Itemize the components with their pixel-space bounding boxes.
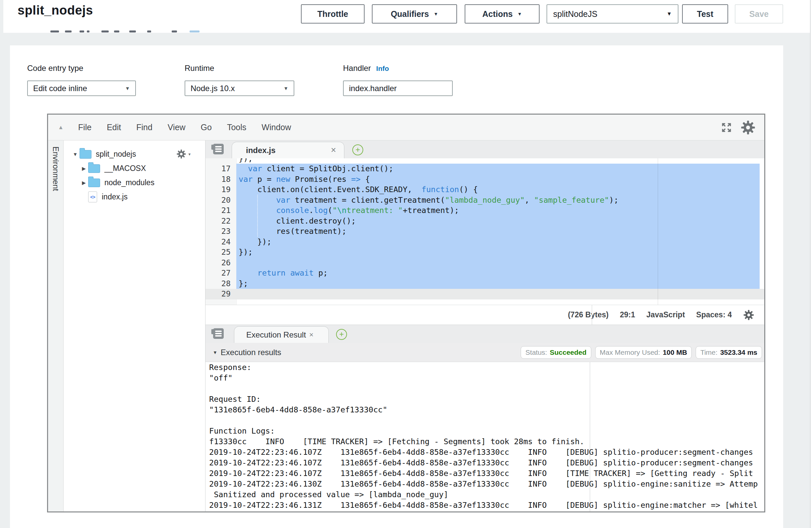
runtime-select[interactable]: Node.js 10.x ▼ <box>185 80 294 96</box>
test-event-select[interactable]: splitNodeJS ▼ <box>547 4 679 24</box>
menu-item-go[interactable]: Go <box>201 122 212 132</box>
runtime-value: Node.js 10.x <box>191 84 235 93</box>
editor-status-bar: (726 Bytes) 29:1 JavaScript Spaces: 4 <box>205 305 764 325</box>
menu-item-edit[interactable]: Edit <box>107 122 121 132</box>
line-number: 22 <box>205 216 236 226</box>
tree-item-__macosx[interactable]: ▶__MACOSX <box>64 161 205 176</box>
line-number: 27 <box>205 268 236 279</box>
file-size: (726 Bytes) <box>568 310 609 319</box>
code-line-20: 20 var treatment = client.getTreatment("… <box>205 195 764 206</box>
qualifiers-label: Qualifiers <box>391 9 429 19</box>
code-line: }); <box>205 158 764 164</box>
test-button[interactable]: Test <box>682 4 728 24</box>
throttle-button[interactable]: Throttle <box>301 4 365 24</box>
result-badges: Status:SucceededMax Memory Used:100 MBTi… <box>521 346 762 359</box>
code-entry-type-label: Code entry type <box>27 63 83 73</box>
disclosure-triangle-icon[interactable]: ▼ <box>213 350 217 355</box>
environment-rail[interactable]: Environment <box>48 141 64 511</box>
editor-tab-bar: index.js × + <box>205 141 764 158</box>
caret-down-icon[interactable]: ▼ <box>71 151 79 157</box>
menu-item-window[interactable]: Window <box>261 122 291 132</box>
page: split_nodejs Throttle Qualifiers ▼ Actio… <box>0 0 812 528</box>
handler-info-link[interactable]: Info <box>376 64 389 73</box>
tab-index-js-label: index.js <box>246 146 275 155</box>
log-line: "131e865f-6eb4-4dd8-858e-a37ef13330cc" <box>205 405 764 415</box>
line-number: 25 <box>205 247 236 258</box>
code-line-22: 22 client.destroy(); <box>205 216 764 226</box>
qualifiers-button[interactable]: Qualifiers ▼ <box>372 4 457 24</box>
line-number: 28 <box>205 279 236 289</box>
tree-item-split_nodejs[interactable]: ▼split_nodejs▾ <box>64 147 205 161</box>
tree-settings-gear-icon[interactable]: ▾ <box>176 149 191 159</box>
code-line-24: 24 }); <box>205 237 764 247</box>
tree-item-index.js[interactable]: <>index.js <box>64 190 205 204</box>
execution-results-log[interactable]: Response:"off" Request ID:"131e865f-6eb4… <box>205 362 764 511</box>
log-line: Response: <box>205 362 764 373</box>
log-line: 2019-10-24T22:23:46.130Z 131e865f-6eb4-4… <box>205 479 764 489</box>
status-gear-icon[interactable] <box>743 309 754 321</box>
indentation-setting[interactable]: Spaces: 4 <box>696 310 732 319</box>
code-line-26: 26 <box>205 258 764 268</box>
handler-label: Handler <box>343 63 371 73</box>
chevron-down-icon: ▼ <box>125 86 130 91</box>
code-line-25: 25}); <box>205 247 764 258</box>
handler-input[interactable]: index.handler <box>343 80 453 96</box>
test-event-value: splitNodeJS <box>553 9 597 19</box>
status-badge: Status:Succeeded <box>521 346 591 359</box>
throttle-label: Throttle <box>317 9 348 19</box>
code-line-23: 23 res(treatment); <box>205 226 764 237</box>
menu-items: FileEditFindViewGoToolsWindow <box>78 122 306 132</box>
print-margin-ruler <box>657 158 658 305</box>
menu-item-view[interactable]: View <box>168 122 186 132</box>
log-line <box>205 415 764 426</box>
scrollbar-track[interactable] <box>811 0 812 528</box>
caret-right-icon[interactable]: ▶ <box>79 180 88 186</box>
log-line: 2019-10-24T22:23:46.107Z 131e865f-6eb4-4… <box>205 447 764 457</box>
menu-item-file[interactable]: File <box>78 122 91 132</box>
tree-item-label: node_modules <box>104 178 155 187</box>
handler-value: index.handler <box>349 84 397 93</box>
code-line-19: 19 client.on(client.Event.SDK_READY, fun… <box>205 185 764 195</box>
ide-settings-gear-icon[interactable] <box>740 120 756 135</box>
close-icon[interactable]: × <box>309 331 314 339</box>
runtime-label: Runtime <box>185 63 214 73</box>
new-tab-plus-icon[interactable]: + <box>336 329 347 340</box>
tree-item-label: __MACOSX <box>104 164 146 173</box>
actions-button[interactable]: Actions ▼ <box>465 4 539 24</box>
tab-list-icon[interactable] <box>211 144 224 155</box>
menu-item-find[interactable]: Find <box>136 122 153 132</box>
code-line-17: 17 var client = SplitObj.client(); <box>205 164 764 174</box>
folder-icon <box>88 164 100 173</box>
tree-item-node_modules[interactable]: ▶node_modules <box>64 176 205 190</box>
indent-guide <box>257 195 258 236</box>
cursor-position[interactable]: 29:1 <box>620 310 635 319</box>
tab-list-icon[interactable] <box>211 328 224 339</box>
line-number: 17 <box>205 164 236 174</box>
log-line: f13330cc INFO [TIME TRACKER] => [Fetchin… <box>205 436 764 447</box>
menu-item-tools[interactable]: Tools <box>227 122 246 132</box>
execution-results-header: ▼ Execution results Status:SucceededMax … <box>205 343 764 362</box>
new-tab-plus-icon[interactable]: + <box>352 144 363 155</box>
line-number: 24 <box>205 237 236 247</box>
tab-execution-result[interactable]: Execution Result × <box>234 326 329 343</box>
ide-frame: ▲ FileEditFindViewGoToolsWindow <box>47 114 765 512</box>
language-mode[interactable]: JavaScript <box>646 310 685 319</box>
fullscreen-icon[interactable] <box>721 121 733 133</box>
code-entry-type-select[interactable]: Edit code inline ▼ <box>27 80 136 96</box>
status-badge: Max Memory Used:100 MB <box>595 346 692 359</box>
line-number: 26 <box>205 258 236 268</box>
tree-item-label: split_nodejs <box>96 150 136 159</box>
code-line-21: 21 console.log("\ntreatment: "+treatment… <box>205 205 764 216</box>
log-line: Function Logs: <box>205 426 764 436</box>
caret-right-icon[interactable]: ▶ <box>79 166 88 172</box>
save-button[interactable]: Save <box>735 4 783 24</box>
tab-execution-result-label: Execution Result <box>246 330 306 339</box>
page-title: split_nodejs <box>17 3 93 17</box>
close-icon[interactable]: × <box>331 145 336 155</box>
test-label: Test <box>697 9 713 19</box>
folder-icon <box>79 150 91 159</box>
tab-index-js[interactable]: index.js × <box>232 142 344 158</box>
collapse-menu-icon[interactable]: ▲ <box>58 124 64 131</box>
code-editor[interactable]: });17 var client = SplitObj.client();18v… <box>205 158 764 305</box>
code-line-27: 27 return await p; <box>205 268 764 279</box>
